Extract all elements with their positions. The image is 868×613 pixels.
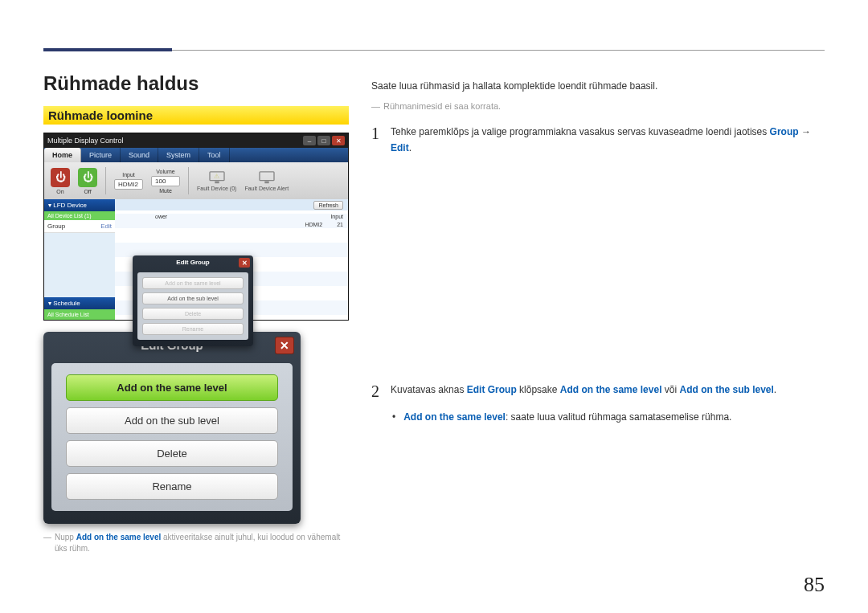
dialog-delete[interactable]: Delete (66, 440, 278, 467)
svg-rect-1 (215, 182, 219, 184)
tab-picture[interactable]: Picture (81, 148, 121, 162)
step-2: 2 Kuvatavas aknas Edit Group klõpsake Ad… (371, 382, 825, 426)
dialog-body: Add on the same level Add on the sub lev… (51, 363, 293, 511)
popup-add-same-level[interactable]: Add on the same level (142, 277, 244, 289)
popup-close-button[interactable]: ✕ (239, 258, 250, 268)
popup-delete[interactable]: Delete (142, 308, 244, 320)
bullet-kw: Add on the same level (403, 411, 506, 423)
sidebar-group-label: Group (47, 223, 65, 230)
mdc-window-title: Multiple Display Control (47, 137, 124, 145)
sidebar-group-row[interactable]: Group Edit (44, 220, 115, 233)
dialog-rename[interactable]: Rename (66, 473, 278, 500)
grid-row: ower Input (115, 210, 348, 222)
footnote-highlight: Add on the same level (76, 533, 162, 541)
refresh-button[interactable]: Refresh (313, 201, 343, 210)
input-label: Input (122, 172, 135, 178)
monitor-warning-icon: ⚠ (208, 170, 226, 185)
ribbon-divider (105, 167, 106, 194)
step-1-pre: Tehke paremklõps ja valige programmiakna… (391, 126, 770, 137)
grid-header: Refresh (115, 199, 348, 210)
power-off-icon: ⏻ (78, 168, 97, 187)
fault-alert-label: Fault Device Alert (244, 186, 289, 191)
ribbon-power-on[interactable]: ⏻ On (51, 168, 70, 194)
page-top-accent (43, 48, 172, 51)
sidebar-edit-link[interactable]: Edit (100, 223, 112, 230)
note-mark: ― (371, 101, 380, 111)
page-number: 85 (804, 573, 825, 597)
popup-header: Edit Group ✕ (133, 255, 253, 269)
note-line: ― Rühmanimesid ei saa korrata. (371, 101, 825, 111)
volume-select[interactable]: 100 (151, 176, 180, 186)
dialog-close-button[interactable]: ✕ (275, 337, 294, 354)
step-1: 1 Tehke paremklõps ja valige programmiak… (371, 124, 825, 157)
bullet-rest: : saate luua valitud rühmaga samatasemel… (506, 411, 731, 423)
dialog-add-same-level[interactable]: Add on the same level (66, 374, 278, 401)
bullet-dot: • (392, 409, 395, 425)
power-off-label: Off (84, 189, 91, 194)
grid-data-row: HDMI2 21 (305, 222, 343, 227)
sidebar-schedule-header[interactable]: ▾ Schedule (44, 297, 115, 309)
footnote-mark: ― (43, 532, 51, 554)
fault-alert[interactable]: Fault Device Alert (244, 170, 289, 191)
grid-cell-input: HDMI2 (305, 222, 322, 227)
input-select[interactable]: HDMI2 (114, 179, 143, 190)
tab-sound[interactable]: Sound (121, 148, 158, 162)
tab-system[interactable]: System (158, 148, 199, 162)
monitor-alert-icon (258, 170, 276, 185)
step-2-kw-dlg: Edit Group (467, 384, 517, 395)
mdc-body: ▾ LFD Device All Device List (1) Group E… (44, 199, 348, 320)
power-on-label: On (56, 189, 63, 194)
step-2-mid1: klõpsake (517, 384, 560, 395)
grid-col-power: ower (155, 214, 167, 219)
step-1-kw-edit: Edit (391, 142, 409, 153)
right-column: Saate luua rühmasid ja hallata komplekti… (371, 72, 825, 554)
content-columns: Rühmade haldus Rühmade loomine Multiple … (43, 72, 825, 554)
sidebar-all-schedule[interactable]: All Schedule List (44, 309, 115, 320)
ribbon-input: Input HDMI2 (114, 172, 143, 190)
step-2-text: Kuvatavas aknas Edit Group klõpsake Add … (391, 382, 776, 426)
dialog-add-sub-level[interactable]: Add on the sub level (66, 407, 278, 434)
grid-col-input: Input (330, 214, 343, 219)
footnote: ― Nupp Add on the same level aktiveerita… (43, 532, 349, 554)
step-1-end: . (409, 142, 411, 153)
fault-device[interactable]: ⚠ Fault Device (0) (197, 170, 236, 191)
step-2-mid2: või (661, 384, 679, 395)
window-controls: – □ ✕ (303, 136, 345, 145)
section-title: Rühmade haldus (43, 72, 349, 95)
intro-text: Saate luua rühmasid ja hallata komplekti… (371, 79, 825, 93)
step-1-number: 1 (371, 124, 379, 157)
step-1-arrow: → (799, 126, 811, 137)
svg-rect-4 (264, 182, 268, 184)
footnote-text: Nupp Add on the same level aktiveeritaks… (55, 532, 349, 554)
step-1-text: Tehke paremklõps ja valige programmiakna… (391, 124, 825, 157)
svg-text:⚠: ⚠ (214, 173, 219, 180)
fault-device-label: Fault Device (0) (197, 186, 236, 191)
step-1-kw-group: Group (770, 126, 799, 137)
sidebar-all-devices[interactable]: All Device List (1) (44, 211, 115, 220)
mdc-titlebar: Multiple Display Control – □ ✕ (44, 133, 348, 148)
note-text: Rühmanimesid ei saa korrata. (383, 101, 501, 111)
edit-group-dialog: Edit Group ✕ Add on the same level Add o… (43, 332, 301, 524)
minimize-button[interactable]: – (303, 136, 316, 145)
tab-tool[interactable]: Tool (199, 148, 230, 162)
popup-title: Edit Group (176, 259, 209, 266)
close-button[interactable]: ✕ (332, 136, 345, 145)
subsection-title: Rühmade loomine (43, 106, 349, 125)
sidebar-lfd-header[interactable]: ▾ LFD Device (44, 199, 115, 211)
ribbon-power-off[interactable]: ⏻ Off (78, 168, 97, 194)
mdc-tabs: Home Picture Sound System Tool (44, 148, 348, 162)
step-2-pre: Kuvatavas aknas (391, 384, 467, 395)
mdc-ribbon: ⏻ On ⏻ Off Input HDMI2 Volume 100 Mute (44, 162, 348, 199)
popup-rename[interactable]: Rename (142, 323, 244, 335)
popup-add-sub-level[interactable]: Add on the sub level (142, 292, 244, 304)
bullet-text: Add on the same level: saate luua valitu… (403, 409, 731, 425)
step-spacer (371, 173, 825, 382)
step-2-end: . (774, 384, 776, 395)
ribbon-divider-2 (188, 167, 189, 194)
tab-home[interactable]: Home (44, 148, 81, 162)
mdc-sidebar: ▾ LFD Device All Device List (1) Group E… (44, 199, 115, 320)
popup-body: Add on the same level Add on the sub lev… (137, 272, 248, 340)
ribbon-volume: Volume 100 Mute (151, 169, 180, 194)
maximize-button[interactable]: □ (317, 136, 330, 145)
mdc-app-window: Multiple Display Control – □ ✕ Home Pict… (43, 133, 349, 321)
